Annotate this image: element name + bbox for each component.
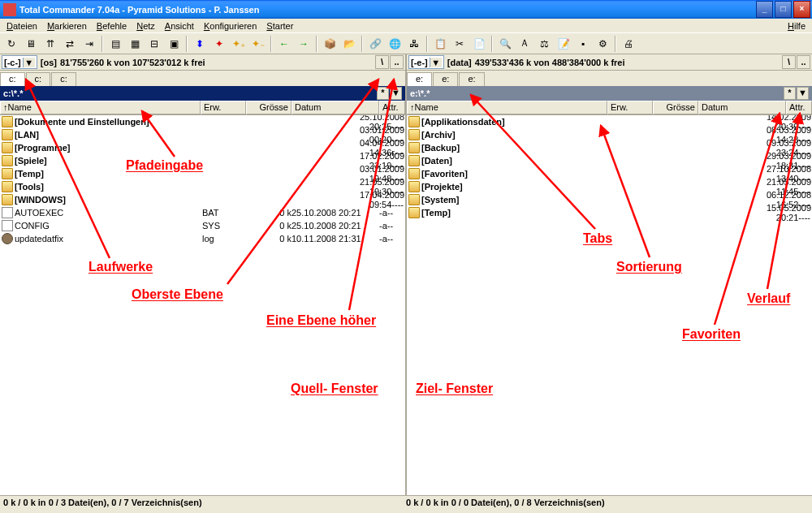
ftp-connect-icon[interactable]: 🔗 — [366, 35, 384, 53]
chevron-down-icon[interactable]: ▼ — [23, 58, 35, 67]
search-icon[interactable]: 🔍 — [496, 35, 514, 53]
drive-selector-right[interactable]: [-e-]▼ — [408, 55, 444, 69]
table-row[interactable]: [Temp]03.01.2009 19:48---- — [0, 167, 405, 180]
maximize-button[interactable]: □ — [775, 1, 792, 18]
root-button-right[interactable]: \ — [782, 55, 796, 69]
table-row[interactable]: [Favoriten]27.10.2008 13:40---- — [407, 167, 812, 180]
minimize-button[interactable]: _ — [756, 1, 773, 18]
unpack-icon[interactable]: 📂 — [340, 35, 358, 53]
table-row[interactable]: [Projekte]21.05.2009 11:45---- — [407, 180, 812, 193]
col-attr[interactable]: Attr. — [786, 101, 812, 114]
up-button-left[interactable]: .. — [390, 55, 404, 69]
pathbar-left[interactable]: c:\*.* * ▼ — [0, 86, 405, 101]
file-icon — [2, 207, 13, 218]
table-row[interactable]: CONFIGSYS0 k25.10.2008 20:21-a-- — [0, 219, 405, 232]
table-row[interactable]: updatedatfixlog0 k10.11.2008 21:31-a-- — [0, 232, 405, 245]
statusbar: 0 k / 0 k in 0 / 3 Datei(en), 0 / 7 Verz… — [0, 495, 812, 510]
invert-icon[interactable]: ✦ — [210, 35, 228, 53]
ftp-new-icon[interactable]: 🌐 — [386, 35, 404, 53]
dos-icon[interactable]: ▪ — [574, 35, 592, 53]
tab-right-2[interactable]: e: — [459, 72, 484, 86]
table-row[interactable]: [Tools]21.05.2009 19:30---- — [0, 180, 405, 193]
refresh-icon[interactable]: ↻ — [2, 35, 20, 53]
table-row[interactable]: [Temp]15.05.2009 20:21---- — [407, 206, 812, 219]
col-date[interactable]: Datum — [292, 101, 379, 114]
menu-konfigurieren[interactable]: Konfigurieren — [199, 19, 261, 32]
col-name[interactable]: ↑Name — [407, 101, 607, 114]
folder-icon — [408, 207, 420, 218]
menu-netz[interactable]: Netz — [132, 19, 160, 32]
folder-icon — [408, 142, 420, 153]
notepad-icon[interactable]: 📝 — [555, 35, 572, 53]
table-row[interactable]: [Daten]29.03.2009 18:31---- — [407, 154, 812, 167]
menu-markieren[interactable]: Markieren — [42, 19, 92, 32]
menu-befehle[interactable]: Befehle — [92, 19, 132, 32]
folder-icon — [2, 181, 13, 192]
history-button-right[interactable]: ▼ — [797, 87, 809, 100]
col-size[interactable]: Grösse — [653, 101, 698, 114]
tab-right-1[interactable]: e: — [433, 72, 458, 86]
table-row[interactable]: [Backup]09.03.2009 23:24---- — [407, 141, 812, 154]
chevron-down-icon[interactable]: ▼ — [430, 58, 442, 67]
pack-icon[interactable]: 📦 — [321, 35, 339, 53]
root-button-left[interactable]: \ — [375, 55, 389, 69]
table-row[interactable]: [Applikationsdaten]14.02.2009 20:39---- — [407, 115, 812, 128]
col-name[interactable]: ↑Name — [0, 101, 201, 114]
sort-up-icon[interactable]: ⬍ — [191, 35, 209, 53]
file-list-left[interactable]: [Dokumente und Einstellungen]25.10.2008 … — [0, 115, 405, 495]
swap-icon[interactable]: ⇄ — [61, 35, 79, 53]
forward-icon[interactable]: → — [295, 35, 313, 53]
table-row[interactable]: [Archiv]08.03.2009 14:28---- — [407, 128, 812, 141]
print-icon[interactable]: 🖨 — [620, 35, 637, 53]
view-brief-icon[interactable]: ▤ — [106, 35, 124, 53]
target-icon[interactable]: ⇥ — [80, 35, 98, 53]
menu-starter[interactable]: Starter — [261, 19, 298, 32]
log-icon — [2, 233, 13, 244]
table-row[interactable]: [Spiele]17.02.2009 23:19---- — [0, 154, 405, 167]
col-size[interactable]: Grösse — [246, 101, 292, 114]
tab-right-0[interactable]: e: — [407, 72, 432, 86]
cut-icon[interactable]: ✂ — [451, 35, 469, 53]
menu-dateien[interactable]: Dateien — [2, 19, 42, 32]
copy-icon[interactable]: 📋 — [431, 35, 449, 53]
table-row[interactable]: [LAN]03.01.2009 00:20---- — [0, 128, 405, 141]
favorites-button-right[interactable]: * — [784, 87, 796, 100]
table-row[interactable]: [Dokumente und Einstellungen]25.10.2008 … — [0, 115, 405, 128]
column-header-right: ↑Name Erw. Grösse Datum Attr. — [407, 101, 812, 115]
up-tree-icon[interactable]: ⇈ — [41, 35, 59, 53]
tab-left-0[interactable]: c: — [0, 72, 25, 86]
pathbar-right[interactable]: e:\*.* * ▼ — [407, 86, 812, 101]
star-minus-icon[interactable]: ✦₋ — [249, 35, 267, 53]
menu-ansicht[interactable]: Ansicht — [160, 19, 199, 32]
table-row[interactable]: [System]06.12.2008 16:52---- — [407, 193, 812, 206]
multi-rename-icon[interactable]: Ａ — [516, 35, 533, 53]
col-date[interactable]: Datum — [698, 101, 786, 114]
menu-hilfe[interactable]: Hilfe — [783, 19, 810, 32]
table-row[interactable]: [Programme]04.04.2009 14:36r--- — [0, 141, 405, 154]
tab-left-2[interactable]: c: — [51, 72, 76, 86]
col-ext[interactable]: Erw. — [201, 101, 246, 114]
net-icon[interactable]: 🖧 — [405, 35, 423, 53]
tab-left-1[interactable]: c: — [26, 72, 51, 86]
sync-icon[interactable]: ⚖ — [535, 35, 553, 53]
paste-icon[interactable]: 📄 — [470, 35, 488, 53]
up-button-right[interactable]: .. — [797, 55, 810, 69]
view-tree-icon[interactable]: ⊟ — [145, 35, 163, 53]
back-icon[interactable]: ← — [275, 35, 293, 53]
view-full-icon[interactable]: ▦ — [126, 35, 144, 53]
drive-selector-left[interactable]: [-c-]▼ — [2, 55, 37, 69]
favorites-button-left[interactable]: * — [377, 87, 389, 100]
file-list-right[interactable]: [Applikationsdaten]14.02.2009 20:39----[… — [407, 115, 812, 495]
folder-icon — [2, 142, 13, 153]
table-row[interactable]: AUTOEXECBAT0 k25.10.2008 20:21-a-- — [0, 206, 405, 219]
star-plus-icon[interactable]: ✦₊ — [230, 35, 248, 53]
folder-icon — [408, 155, 420, 166]
computer-icon[interactable]: 🖥 — [22, 35, 40, 53]
history-button-left[interactable]: ▼ — [390, 87, 402, 100]
close-button[interactable]: × — [793, 1, 810, 18]
col-attr[interactable]: Attr. — [379, 101, 405, 114]
view-thumb-icon[interactable]: ▣ — [165, 35, 183, 53]
table-row[interactable]: [WINDOWS]17.04.2009 09:54---- — [0, 193, 405, 206]
control-panel-icon[interactable]: ⚙ — [594, 35, 611, 53]
col-ext[interactable]: Erw. — [607, 101, 653, 114]
